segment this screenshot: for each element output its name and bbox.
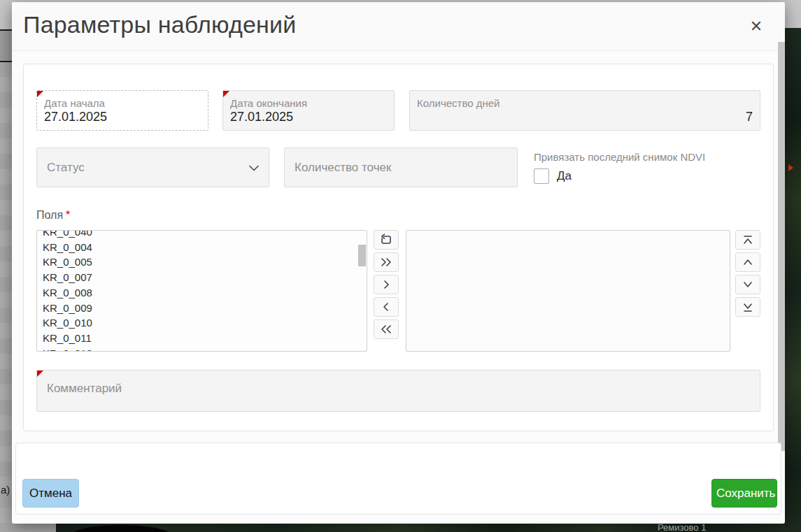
dialog-body: Дата начала 27.01.2025 Дата окончания 27… [12, 51, 785, 431]
move-to-bottom-icon[interactable] [735, 297, 760, 317]
options-row: Статус Привязать последний снимок NDVI Д… [36, 148, 760, 187]
days-count-value: 7 [417, 110, 753, 124]
days-count-label: Количество дней [417, 97, 753, 109]
start-date-value: 27.01.2025 [44, 110, 201, 124]
list-item[interactable]: KR_0_008 [43, 285, 367, 301]
comment-input[interactable] [37, 371, 760, 411]
close-icon[interactable]: ✕ [746, 16, 767, 37]
fields-dual-list: KR_0_040KR_0_004KR_0_005KR_0_007KR_0_008… [36, 230, 760, 352]
form-panel: Дата начала 27.01.2025 Дата окончания 27… [23, 64, 774, 431]
ndvi-group: Привязать последний снимок NDVI Да [534, 148, 705, 187]
ndvi-label: Привязать последний снимок NDVI [534, 151, 705, 163]
status-placeholder: Статус [47, 161, 249, 175]
dialog-scrollbar[interactable] [778, 42, 785, 451]
list-item[interactable]: KR_0_040 [43, 230, 367, 240]
save-button[interactable]: Сохранить [711, 479, 777, 508]
list-item[interactable]: KR_0_005 [43, 254, 367, 270]
move-down-icon[interactable] [735, 275, 760, 294]
background-map-right [785, 28, 801, 532]
points-count-input[interactable] [285, 148, 517, 187]
available-fields-items: KR_0_040KR_0_004KR_0_005KR_0_007KR_0_008… [37, 230, 367, 352]
move-left-icon[interactable] [374, 297, 399, 317]
ndvi-checkbox-label: Да [557, 169, 572, 183]
transfer-buttons [374, 230, 399, 342]
observation-parameters-dialog: Параметры наблюдений ✕ Дата начала 27.01… [12, 2, 785, 524]
points-count-box [284, 148, 518, 187]
list-item[interactable]: KR_0_012 [43, 346, 367, 352]
status-select[interactable]: Статус [36, 148, 269, 187]
end-date-value: 27.01.2025 [230, 110, 387, 124]
ndvi-check-row: Да [534, 168, 705, 184]
dialog-title: Параметры наблюдений [23, 11, 296, 38]
list-item[interactable]: KR_0_007 [43, 270, 367, 285]
cancel-button[interactable]: Отмена [22, 479, 79, 508]
comment-box [36, 370, 760, 412]
move-all-left-icon[interactable] [374, 319, 399, 339]
available-fields-list[interactable]: KR_0_040KR_0_004KR_0_005KR_0_007KR_0_008… [36, 230, 367, 352]
reorder-buttons [735, 230, 760, 319]
list-item[interactable]: KR_0_009 [43, 301, 367, 316]
start-date-field[interactable]: Дата начала 27.01.2025 [36, 90, 208, 131]
required-asterisk: * [66, 209, 70, 221]
map-place-label: Ремизово 1 [658, 522, 706, 532]
move-to-top-icon[interactable] [735, 230, 760, 250]
list-scrollbar[interactable] [358, 245, 366, 266]
end-date-field[interactable]: Дата окончания 27.01.2025 [222, 90, 395, 131]
dialog-header: Параметры наблюдений ✕ [12, 2, 785, 51]
dialog-footer: Отмена Сохранить [15, 443, 781, 515]
start-date-label: Дата начала [44, 97, 201, 109]
return-all-icon[interactable] [374, 230, 399, 250]
list-item[interactable]: KR_0_004 [43, 240, 367, 255]
list-item[interactable]: KR_0_010 [43, 315, 367, 331]
fields-label-text: Поля [36, 209, 63, 221]
background-map-bottom: Ремизово 1 [56, 522, 801, 532]
move-all-right-icon[interactable] [374, 252, 399, 272]
days-count-field[interactable]: Количество дней 7 [409, 90, 760, 131]
list-item[interactable]: KR_0_011 [43, 331, 367, 346]
move-up-icon[interactable] [735, 252, 760, 272]
chevron-down-icon [249, 161, 259, 174]
dates-row: Дата начала 27.01.2025 Дата окончания 27… [36, 90, 760, 131]
fields-label: Поля* [36, 209, 760, 222]
map-field-shape [69, 525, 173, 532]
end-date-label: Дата окончания [230, 97, 387, 109]
screen: { "dialog": { "title": "Параметры наблюд… [0, 0, 801, 532]
move-right-icon[interactable] [374, 275, 399, 294]
ndvi-checkbox[interactable] [534, 168, 549, 184]
selected-fields-list[interactable] [406, 230, 730, 352]
map-marker-icon [788, 164, 793, 171]
background-table-caption: a) [1, 484, 10, 496]
